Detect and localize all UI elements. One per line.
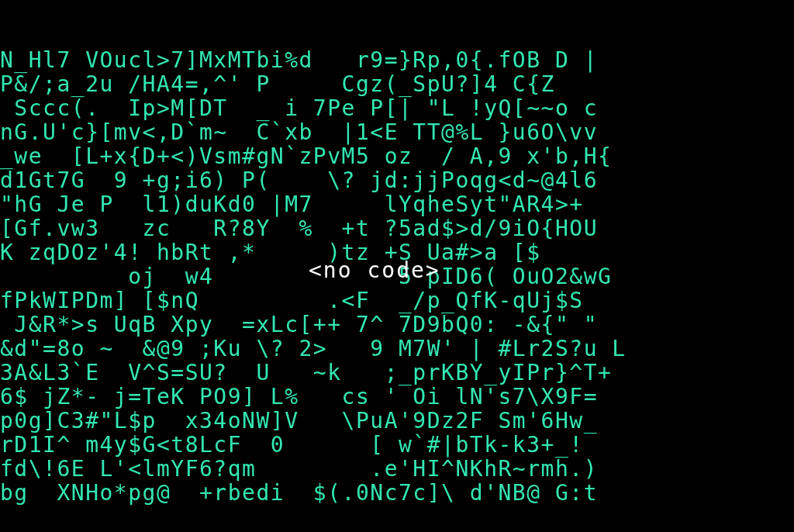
code-row: rD1I^ m4y$G<t8LcF 0 [ w`#|bTk-k3+_! (0, 433, 794, 457)
code-row: p0g]C3#"L$p x34oNW]V \PuA'9Dz2F Sm'6Hw_ (0, 409, 794, 433)
code-row: &d"=8o ~ &@9 ;Ku \? 2> 9 M7W' | #Lr2S?u … (0, 337, 794, 361)
code-row: _we [L+x{D+<)Vsm#gN`zPvM5 oz / A,9 x'b,H… (0, 144, 794, 168)
code-row: fd\!6E L'<lmYF6?qm .e'HI^NKhR~rmh.) (0, 457, 794, 481)
code-row: nG.U'c}[mv<,D`m~ C`xb |1<E TT@%L }u6O\vv (0, 120, 794, 144)
code-row: Sccc(. Ip>M[DT _ i 7Pe P[| "L !yQ[~~o c (0, 96, 794, 120)
code-row: [Gf.vw3 zc R?8Y % +t ?5ad$>d/9iO{HOU (0, 216, 794, 240)
code-row: P&/;a_2u /HA4=,^' P Cgz(_SpU?]4 C{Z (0, 72, 794, 96)
code-row: d1Gt7G 9 +g;i6) P( \? jd:jjPoqg<d~@4l6 (0, 168, 794, 192)
code-row: J&R*>s UqB Xpy =xLc[++ 7^ 7D9bQ0: -&{" " (0, 313, 794, 337)
code-row: fPkWIPDm] [$nQ .<F _/p_QfK-qUj$S (0, 288, 794, 313)
code-row: 3A&L3`E V^S=SU? U ~k ;_prKBY_yIPr}^T+ (0, 361, 794, 385)
code-row: N_Hl7 VOucl>7]MxMTbi%d r9=}Rp,0{.fOB D | (0, 48, 794, 72)
terminal-screen: N_Hl7 VOucl>7]MxMTbi%d r9=}Rp,0{.fOB D |… (0, 0, 794, 532)
no-code-label: <no code> (309, 258, 440, 282)
code-row: 6$ jZ*- j=TeK PO9] L% cs ' Oi lN's7\X9F= (0, 385, 794, 409)
code-row: "hG Je P l1)duKd0 |M7 lYqheSyt"AR4>+ (0, 192, 794, 216)
code-row: bg XNHo*pg@ +rbedi $(.0Nc7c]\ d'NB@ G:t (0, 481, 794, 505)
